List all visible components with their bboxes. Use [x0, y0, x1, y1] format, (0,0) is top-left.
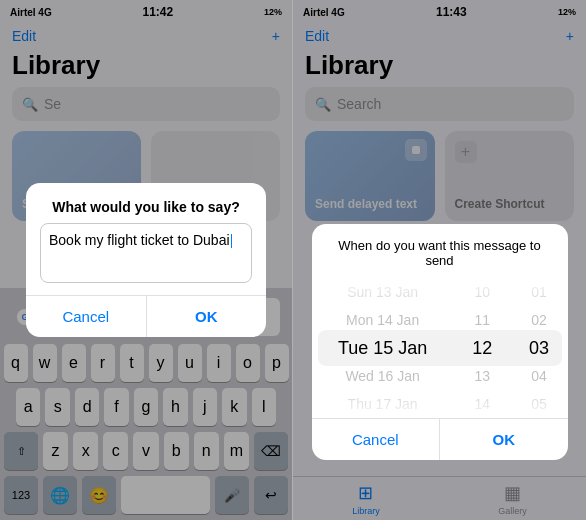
date-picker-body[interactable]: Sun 13 Jan Mon 14 Jan Tue 15 Jan Wed 16 …	[312, 278, 568, 418]
picker-min-1: 02	[511, 306, 568, 334]
picker-hour-0: 10	[454, 278, 511, 306]
dialog-input-text: Book my flight ticket to Dubai	[49, 232, 230, 248]
picker-min-2: 03	[511, 334, 568, 362]
dialog-input-left[interactable]: Book my flight ticket to Dubai	[40, 223, 252, 283]
date-picker-overlay: When do you want this message to send Su…	[293, 0, 586, 520]
dialog-overlay-left: What would you like to say? Book my flig…	[0, 0, 292, 520]
picker-min-4: 05	[511, 390, 568, 418]
date-picker-ok[interactable]: OK	[439, 419, 568, 460]
picker-hour-1: 11	[454, 306, 511, 334]
dialog-ok-left[interactable]: OK	[146, 296, 267, 337]
picker-day-3: Wed 16 Jan	[312, 362, 454, 390]
right-panel: Airtel 4G 11:43 12% Edit + Library 🔍 Sea…	[293, 0, 586, 520]
left-panel: Airtel 4G 11:42 12% Edit + Library 🔍 Se …	[0, 0, 293, 520]
picker-col-minutes[interactable]: 01 02 03 04 05	[511, 278, 568, 418]
picker-day-0: Sun 13 Jan	[312, 278, 454, 306]
picker-day-2: Tue 15 Jan	[312, 334, 454, 362]
date-picker-dialog: When do you want this message to send Su…	[312, 224, 568, 460]
dialog-cancel-left[interactable]: Cancel	[26, 296, 146, 337]
date-picker-actions: Cancel OK	[312, 418, 568, 460]
dialog-title-left: What would you like to say?	[26, 183, 266, 223]
date-picker-title: When do you want this message to send	[312, 224, 568, 278]
dialog-left: What would you like to say? Book my flig…	[26, 183, 266, 337]
picker-day-4: Thu 17 Jan	[312, 390, 454, 418]
date-picker-cancel[interactable]: Cancel	[312, 419, 440, 460]
picker-hour-4: 14	[454, 390, 511, 418]
picker-col-days[interactable]: Sun 13 Jan Mon 14 Jan Tue 15 Jan Wed 16 …	[312, 278, 454, 418]
picker-min-0: 01	[511, 278, 568, 306]
picker-hour-2: 12	[454, 334, 511, 362]
text-cursor	[231, 234, 232, 248]
picker-min-3: 04	[511, 362, 568, 390]
picker-day-1: Mon 14 Jan	[312, 306, 454, 334]
dialog-actions-left: Cancel OK	[26, 295, 266, 337]
picker-col-hours[interactable]: 10 11 12 13 14	[454, 278, 511, 418]
picker-hour-3: 13	[454, 362, 511, 390]
